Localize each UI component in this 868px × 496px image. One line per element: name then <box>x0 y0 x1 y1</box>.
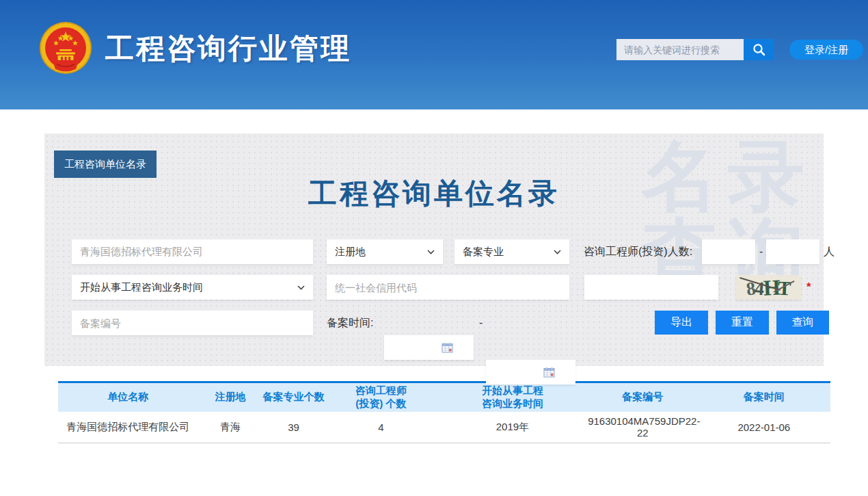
table-body: 青海国德招标代理有限公司青海3942019年91630104MA759JDP22… <box>58 412 830 443</box>
record-specialty-value: 备案专业 <box>463 246 504 259</box>
column-header: 咨询工程师 (投资) 个数 <box>325 382 437 412</box>
captcha-image[interactable]: 84HT <box>736 275 801 300</box>
start-time-select[interactable]: 开始从事工程咨询业务时间 <box>72 275 313 300</box>
search-input[interactable] <box>616 39 744 60</box>
table-cell: 2022-01-06 <box>698 412 830 443</box>
search-button[interactable] <box>744 39 774 60</box>
record-number-input[interactable] <box>72 311 313 335</box>
table-cell: 2019年 <box>437 412 588 443</box>
company-name-input[interactable] <box>72 239 313 264</box>
site-header: 工程咨询行业管理 登录/注册 <box>0 0 868 109</box>
query-button[interactable]: 查询 <box>776 311 829 335</box>
chevron-down-icon <box>297 285 305 290</box>
background-watermark: 名录 查询 <box>642 138 814 293</box>
record-time-label: 备案时间: <box>327 311 373 335</box>
national-emblem-icon <box>38 21 93 75</box>
table-head-row: 单位名称注册地备案专业个数咨询工程师 (投资) 个数开始从事工程 咨询业务时间备… <box>58 382 830 412</box>
record-time-start-input[interactable] <box>384 335 474 360</box>
record-time-end-input[interactable] <box>486 360 575 384</box>
calendar-icon <box>442 342 453 353</box>
engineer-count-label: 咨询工程师(投资)人数: <box>584 239 692 264</box>
column-header: 注册地 <box>198 382 263 412</box>
chevron-down-icon <box>554 250 561 254</box>
table-cell: 91630104MA759JDP22-22 <box>588 412 697 443</box>
results-table: 单位名称注册地备案专业个数咨询工程师 (投资) 个数开始从事工程 咨询业务时间备… <box>58 381 830 443</box>
credit-code-input[interactable] <box>327 275 569 300</box>
export-button[interactable]: 导出 <box>655 311 708 335</box>
tab-directory[interactable]: 工程咨询单位名录 <box>54 151 157 178</box>
start-time-value: 开始从事工程咨询业务时间 <box>80 281 203 294</box>
column-header: 备案时间 <box>698 382 830 412</box>
registration-place-value: 注册地 <box>335 246 366 259</box>
column-header: 备案专业个数 <box>262 382 324 412</box>
search-icon <box>752 43 765 56</box>
column-header: 单位名称 <box>58 382 198 412</box>
column-header: 开始从事工程 咨询业务时间 <box>437 382 588 412</box>
login-register-button[interactable]: 登录/注册 <box>789 40 863 60</box>
table-row: 青海国德招标代理有限公司青海3942019年91630104MA759JDP22… <box>58 412 830 443</box>
person-unit-label: 人 <box>824 239 835 264</box>
directory-title: 工程咨询单位名录 <box>44 174 824 213</box>
range-dash: - <box>759 239 763 264</box>
table-cell: 39 <box>262 412 324 443</box>
registration-place-select[interactable]: 注册地 <box>327 239 443 264</box>
required-asterisk: * <box>806 275 811 300</box>
page-title: 工程咨询行业管理 <box>105 33 351 64</box>
directory-search-panel: 名录 查询 工程咨询单位名录 工程咨询单位名录 注册地 备案专业 咨询工程师(投… <box>44 133 824 366</box>
captcha-input[interactable] <box>584 275 718 300</box>
engineer-count-max-input[interactable] <box>766 239 819 264</box>
calendar-icon <box>543 367 555 378</box>
table-cell: 青海国德招标代理有限公司 <box>58 412 198 443</box>
reset-button[interactable]: 重置 <box>716 311 769 335</box>
range-dash: - <box>479 311 483 335</box>
table-cell: 4 <box>325 412 437 443</box>
record-specialty-select[interactable]: 备案专业 <box>455 239 569 264</box>
chevron-down-icon <box>427 250 435 254</box>
table-cell: 青海 <box>198 412 263 443</box>
column-header: 备案编号 <box>588 382 697 412</box>
engineer-count-min-input[interactable] <box>702 239 755 264</box>
